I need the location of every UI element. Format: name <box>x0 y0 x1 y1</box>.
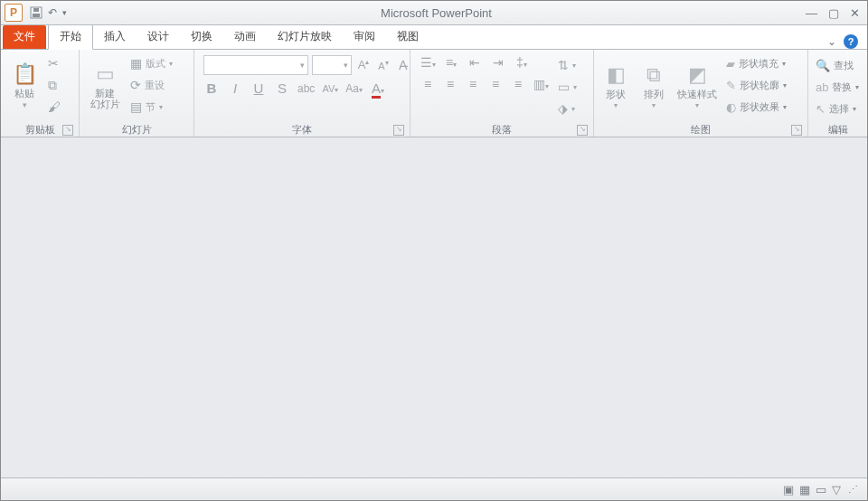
align-center-button[interactable]: ≡ <box>442 77 458 91</box>
italic-button[interactable]: I <box>227 80 243 96</box>
new-slide-button[interactable]: ▭ 新建 幻灯片 <box>83 53 127 118</box>
text-direction-icon: ⇅ <box>558 58 569 72</box>
resize-grip-icon: ⋰ <box>848 484 858 496</box>
maximize-button[interactable]: ▢ <box>828 6 839 20</box>
shapes-button[interactable]: ◧ 形状▾ <box>598 53 634 118</box>
bullets-button[interactable]: ☰▾ <box>420 55 436 70</box>
tab-design[interactable]: 设计 <box>137 25 180 49</box>
underline-button[interactable]: U <box>250 80 267 96</box>
tab-review[interactable]: 审阅 <box>343 25 386 49</box>
group-editing-label: 编辑 <box>828 123 848 137</box>
layout-icon: ▦ <box>130 56 142 71</box>
group-drawing-label: 绘图 <box>691 123 711 137</box>
replace-button[interactable]: ab替换▾ <box>812 77 863 97</box>
scissors-icon: ✂ <box>48 56 59 71</box>
group-slides-label: 幻灯片 <box>122 123 152 137</box>
shrink-font-button[interactable]: A▾ <box>375 59 392 71</box>
quick-styles-button[interactable]: ◩ 快速样式▾ <box>674 53 721 118</box>
font-family-combo[interactable]: ▾ <box>203 55 308 75</box>
fill-icon: ▰ <box>726 57 735 71</box>
find-icon: 🔍 <box>816 59 830 72</box>
new-slide-icon: ▭ <box>96 62 115 86</box>
tab-home[interactable]: 开始 <box>48 24 93 50</box>
find-button[interactable]: 🔍查找 <box>812 55 863 75</box>
minimize-ribbon-icon[interactable]: ⌄ <box>827 35 836 48</box>
reading-view-button[interactable]: ▭ <box>816 483 826 496</box>
copy-icon: ⧉ <box>48 78 57 93</box>
minimize-button[interactable]: ― <box>806 6 817 20</box>
bold-button[interactable]: B <box>203 80 220 96</box>
tab-slideshow[interactable]: 幻灯片放映 <box>267 25 343 49</box>
tab-insert[interactable]: 插入 <box>93 25 137 49</box>
shapes-icon: ◧ <box>607 63 626 87</box>
outline-icon: ✎ <box>726 79 736 92</box>
distributed-button[interactable]: ≡ <box>510 77 526 91</box>
arrange-icon: ⧉ <box>646 63 661 87</box>
clipboard-icon: 📋 <box>13 62 37 86</box>
columns-button[interactable]: ▥▾ <box>533 77 549 91</box>
layout-button[interactable]: ▦版式▾ <box>128 53 175 73</box>
clipboard-dialog-launcher[interactable]: ↘ <box>62 125 73 136</box>
paste-button[interactable]: 📋 粘贴 ▾ <box>5 53 44 118</box>
qat-save-icon[interactable] <box>30 6 42 19</box>
font-size-combo[interactable]: ▾ <box>312 55 352 75</box>
qat-undo-icon[interactable]: ↶ <box>48 6 57 19</box>
reset-icon: ⟳ <box>130 78 141 92</box>
grow-font-button[interactable]: A▴ <box>355 58 372 71</box>
decrease-indent-button[interactable]: ⇤ <box>467 55 483 70</box>
line-spacing-button[interactable]: ‡▾ <box>514 55 530 70</box>
tab-view[interactable]: 视图 <box>386 25 429 49</box>
help-icon[interactable]: ? <box>844 34 858 49</box>
character-spacing-button[interactable]: AV▾ <box>322 83 338 94</box>
window-title: Microsoft PowerPoint <box>67 6 806 20</box>
strikethrough-button[interactable]: S <box>274 80 290 96</box>
status-bar: ▣ ▦ ▭ ▽ ⋰ <box>1 478 867 500</box>
app-icon: P <box>5 4 23 22</box>
change-case-button[interactable]: Aa▾ <box>345 82 363 95</box>
align-right-button[interactable]: ≡ <box>465 77 481 91</box>
numbering-button[interactable]: ≡▾ <box>443 55 459 70</box>
normal-view-button[interactable]: ▣ <box>783 483 794 496</box>
sorter-view-button[interactable]: ▦ <box>799 483 810 496</box>
svg-rect-2 <box>33 8 39 12</box>
copy-button[interactable]: ⧉ <box>46 75 62 95</box>
section-button[interactable]: ▤节▾ <box>128 97 175 117</box>
select-icon: ↖ <box>816 102 826 116</box>
align-left-button[interactable]: ≡ <box>420 77 436 91</box>
slideshow-view-button[interactable]: ▽ <box>832 483 841 496</box>
group-paragraph-label: 段落 <box>492 123 512 137</box>
font-dialog-launcher[interactable]: ↘ <box>393 125 404 136</box>
quick-styles-icon: ◩ <box>688 63 707 87</box>
reset-button[interactable]: ⟳重设 <box>128 75 175 95</box>
format-painter-button[interactable]: 🖌 <box>46 97 62 117</box>
arrange-button[interactable]: ⧉ 排列▾ <box>636 53 672 118</box>
convert-smartart-button[interactable]: ⬗▾ <box>556 99 579 118</box>
justify-button[interactable]: ≡ <box>487 77 504 91</box>
slide-workspace <box>1 137 867 478</box>
close-button[interactable]: ✕ <box>850 6 860 20</box>
tab-file[interactable]: 文件 <box>3 25 46 49</box>
tab-transitions[interactable]: 切换 <box>180 25 223 49</box>
shape-outline-button[interactable]: ✎形状轮廓▾ <box>722 75 790 95</box>
brush-icon: 🖌 <box>48 99 61 114</box>
shadow-button[interactable]: abc <box>297 82 315 95</box>
tab-animations[interactable]: 动画 <box>223 25 267 49</box>
shape-fill-button[interactable]: ▰形状填充▾ <box>722 53 790 73</box>
replace-icon: ab <box>816 80 828 94</box>
svg-rect-1 <box>33 14 40 17</box>
drawing-dialog-launcher[interactable]: ↘ <box>791 125 802 136</box>
cut-button[interactable]: ✂ <box>46 53 62 73</box>
group-clipboard-label: 剪贴板 <box>25 123 55 137</box>
align-text-button[interactable]: ▭▾ <box>556 77 579 97</box>
clear-formatting-button[interactable]: A̶ <box>395 58 411 72</box>
increase-indent-button[interactable]: ⇥ <box>490 55 506 70</box>
smartart-icon: ⬗ <box>558 101 568 116</box>
select-button[interactable]: ↖选择▾ <box>812 99 863 118</box>
effects-icon: ◐ <box>726 100 736 114</box>
paragraph-dialog-launcher[interactable]: ↘ <box>577 125 588 136</box>
font-color-button[interactable]: A▾ <box>370 80 386 96</box>
group-font-label: 字体 <box>292 123 312 137</box>
text-direction-button[interactable]: ⇅▾ <box>556 55 579 75</box>
shape-effects-button[interactable]: ◐形状效果▾ <box>722 97 790 117</box>
align-text-icon: ▭ <box>558 80 570 94</box>
